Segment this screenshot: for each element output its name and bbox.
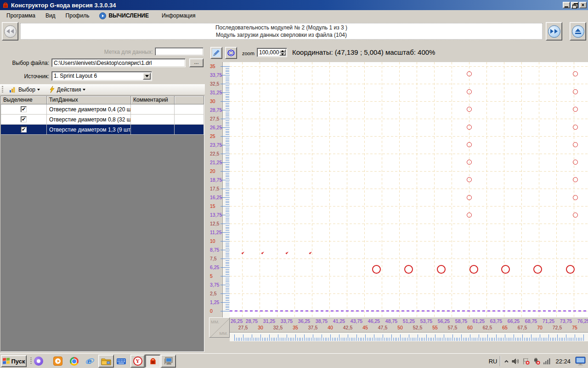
yandex-browser-button[interactable]: Y	[130, 355, 145, 368]
ruler-tick	[226, 280, 229, 280]
selection-cell: ✔	[1, 104, 47, 115]
module-forward-button[interactable]	[546, 22, 562, 40]
restore-button[interactable]	[571, 2, 578, 8]
gcode-app-icon	[149, 357, 157, 365]
ruler-label-x: 40	[328, 325, 333, 330]
fit-view-button[interactable]	[225, 47, 237, 59]
drill-hole-small	[467, 160, 472, 165]
ruler-tick	[492, 338, 493, 341]
minimize-button[interactable]	[563, 2, 570, 8]
ruler-label-x: 73,75	[560, 318, 572, 324]
select-menu-button[interactable]: Выбор	[6, 85, 43, 94]
start-button[interactable]: Пуск	[1, 355, 27, 367]
module-eject-button[interactable]	[570, 22, 586, 40]
grid-line-horizontal	[230, 241, 588, 242]
menu-item-vid[interactable]: Вид	[40, 11, 61, 21]
folder-button[interactable]	[98, 355, 114, 368]
action-center-icon[interactable]	[522, 358, 530, 365]
drill-hole-small	[573, 195, 578, 200]
close-button[interactable]: ×	[579, 2, 587, 8]
volume-icon[interactable]	[512, 358, 520, 365]
row-checkbox[interactable]: ✔	[21, 106, 27, 112]
ruler-tick	[226, 239, 229, 240]
plot-canvas[interactable]	[230, 62, 588, 317]
ruler-tick	[226, 297, 229, 298]
ruler-tick	[500, 338, 500, 341]
ruler-label-y: 30	[210, 98, 215, 104]
signal-strength-icon[interactable]	[543, 358, 551, 364]
grid-line-vertical	[504, 62, 504, 317]
network-disconnected-icon[interactable]	[532, 358, 540, 365]
ruler-tick	[226, 287, 229, 287]
show-desktop-button[interactable]	[575, 356, 586, 366]
ruler-tick	[344, 338, 345, 341]
column-header-datatype[interactable]: ТипДанных	[47, 96, 131, 104]
ruler-label-x: 66,25	[508, 318, 520, 324]
ruler-tick	[226, 237, 229, 238]
ruler-tick	[226, 208, 229, 208]
internet-explorer-icon[interactable]: e	[85, 356, 95, 366]
zoom-spinner[interactable]: 100,000	[257, 48, 287, 57]
menu-item-informacia[interactable]: Информация	[157, 11, 200, 21]
ruler-tick	[451, 338, 451, 341]
alice-icon[interactable]	[34, 356, 43, 366]
ruler-tick	[226, 71, 229, 72]
combo-dropdown-button[interactable]	[143, 73, 151, 80]
chrome-icon[interactable]	[69, 356, 79, 366]
language-indicator[interactable]: RU	[489, 358, 498, 365]
ruler-tick	[226, 257, 229, 257]
ruler-tick-major	[339, 334, 339, 341]
ruler-tick-major	[220, 84, 230, 84]
ruler-tick	[226, 149, 229, 149]
ruler-label-x: 38,75	[316, 318, 328, 324]
zoom-increment-button[interactable]	[279, 49, 286, 52]
grid-line-horizontal	[230, 189, 588, 189]
taskbar-grip	[30, 357, 32, 365]
gcode-app-button[interactable]	[145, 355, 160, 368]
table-row[interactable]: ✔Отверстие диаметром 1,3 (9 шт.)	[1, 125, 204, 135]
fit-view-icon	[227, 49, 235, 57]
ruler-tick	[520, 338, 521, 341]
ruler-tick	[559, 338, 560, 341]
file-path-input[interactable]: C:\Users\lenivets\Desktop\солярис\1.drl	[51, 58, 186, 67]
keyboard-icon[interactable]	[117, 356, 126, 366]
ruler-tick	[226, 220, 229, 220]
ruler-tick	[439, 338, 439, 341]
module-back-button[interactable]	[2, 22, 18, 40]
media-player-icon[interactable]	[53, 356, 62, 366]
zoom-decrement-button[interactable]	[279, 52, 286, 56]
ruler-tick	[388, 338, 388, 341]
row-checkbox[interactable]: ✔	[21, 126, 27, 132]
ruler-tick	[360, 338, 361, 341]
menu-item-vychislenie[interactable]: ВЫЧИСЛЕНИЕ	[94, 11, 154, 21]
source-combobox[interactable]: 1. Sprint Layout 6	[51, 71, 152, 81]
ruler-label-x: 62,5	[483, 325, 492, 330]
clock[interactable]: 22:24	[555, 358, 571, 365]
ruler-tick	[226, 80, 229, 80]
table-row[interactable]: ✔Отверстие диаметром 0,4 (20 шт.)	[1, 104, 204, 115]
ruler-tick-major	[313, 334, 313, 341]
grid-line-vertical	[469, 62, 469, 317]
column-header-comment[interactable]: Комментарий	[131, 96, 175, 104]
ruler-tick	[402, 338, 402, 341]
imaging-tool-button[interactable]	[161, 355, 176, 368]
edit-tool-button[interactable]	[210, 47, 222, 59]
expand-tray-button[interactable]	[504, 359, 509, 364]
row-checkbox[interactable]: ✔	[21, 116, 27, 122]
menu-item-programma[interactable]: Программа	[1, 11, 40, 21]
ruler-tick	[226, 166, 229, 167]
table-row[interactable]: ✔Отверстие диаметром 0,8 (32 шт.)	[1, 115, 204, 125]
ruler-label-y: 25	[210, 133, 215, 139]
ruler-label-y: 33,75	[210, 72, 222, 78]
ruler-label-y: 11,25	[210, 230, 222, 235]
column-header-selection[interactable]: Выделение	[1, 96, 47, 104]
actions-menu-button[interactable]: Действия	[46, 85, 89, 94]
ruler-label-y: 27,5	[210, 116, 219, 121]
grid-line-horizontal	[230, 101, 588, 102]
menu-item-profil[interactable]: Профиль	[61, 11, 95, 21]
ruler-tick	[335, 338, 336, 341]
ruler-label-y: 17,5	[210, 186, 219, 191]
browse-button[interactable]: ...	[189, 58, 204, 67]
grid-line-vertical	[452, 62, 452, 317]
data-label-input[interactable]	[155, 47, 204, 56]
